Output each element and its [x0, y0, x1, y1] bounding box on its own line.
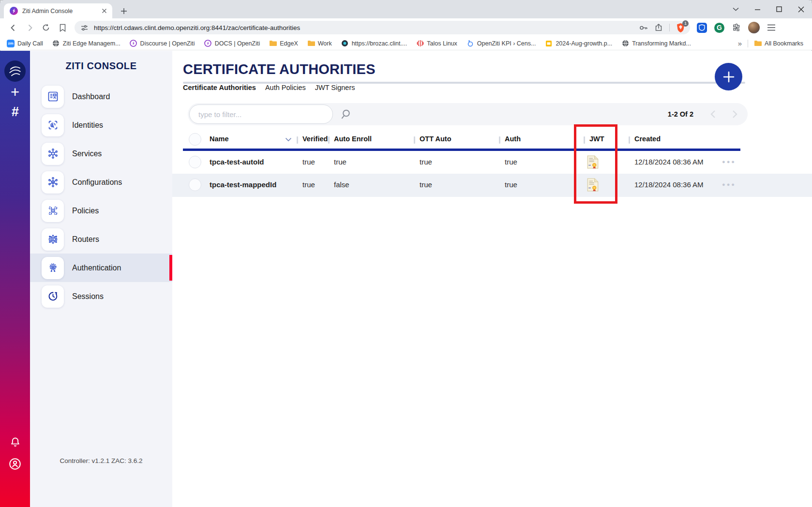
table-row[interactable]: tpca-test-autoId true true true true 12/…	[172, 151, 812, 174]
browser-tab[interactable]: Ziti Admin Console	[4, 3, 112, 18]
share-icon[interactable]	[654, 23, 663, 32]
column-separator	[629, 136, 630, 144]
sidebar-item-dashboard[interactable]: Dashboard	[30, 82, 172, 111]
cell-auth: true	[505, 158, 517, 166]
sidebar-item-policies[interactable]: Policies	[30, 196, 172, 225]
address-bar[interactable]: https://ctrl.cdaws.clint.demo.openziti.o…	[75, 21, 690, 34]
bookmark-label: Discourse | OpenZiti	[140, 40, 195, 47]
all-bookmarks-button[interactable]: All Bookmarks	[754, 40, 803, 47]
zac-app: + # ZITI CONSOLE Dashboard	[0, 51, 812, 507]
site-settings-icon[interactable]	[80, 24, 89, 32]
profile-icon[interactable]	[0, 456, 30, 472]
jwt-certificate-icon[interactable]	[587, 178, 599, 192]
search-icon[interactable]	[339, 108, 352, 120]
version-footer: Controller: v1.2.1 ZAC: 3.6.2	[30, 457, 172, 464]
sidebar-item-routers[interactable]: Routers	[30, 225, 172, 254]
page-prev-icon[interactable]	[710, 110, 716, 119]
sidebar-item-label: Dashboard	[72, 92, 110, 101]
sort-chevron-down-icon[interactable]	[285, 137, 292, 142]
left-rail: + #	[0, 51, 30, 507]
ziti-logo-icon[interactable]	[4, 60, 26, 82]
column-header-ott-auto[interactable]: OTT Auto	[420, 135, 451, 143]
bookmark-discourse-openziti[interactable]: Discourse | OpenZiti	[130, 40, 195, 47]
subtabs: Certificate Authorities Auth Policies JW…	[183, 84, 355, 91]
policies-gears-icon	[42, 200, 64, 222]
identities-fingerprint-icon	[42, 114, 64, 136]
grammarly-icon[interactable]: G	[714, 23, 724, 33]
tab-close-icon[interactable]	[100, 7, 108, 15]
browser-menu-icon[interactable]	[767, 24, 776, 31]
authentication-award-icon	[42, 257, 64, 279]
brave-shield-icon[interactable]: 1	[676, 23, 685, 33]
new-tab-button[interactable]	[118, 5, 130, 17]
folder-icon	[307, 40, 315, 47]
back-icon[interactable]	[7, 21, 19, 34]
row-checkbox[interactable]	[189, 156, 201, 168]
column-header-jwt[interactable]: JWT	[589, 135, 604, 143]
bookmark-talos-linux[interactable]: Talos Linux	[416, 40, 457, 47]
select-all-checkbox[interactable]	[189, 133, 201, 146]
column-header-auth[interactable]: Auth	[505, 135, 521, 143]
row-checkbox[interactable]	[189, 179, 201, 191]
notifications-bell-icon[interactable]	[0, 434, 30, 450]
bookmark-daily-call[interactable]: zm Daily Call	[7, 40, 43, 47]
window-controls	[731, 0, 805, 18]
column-separator	[328, 136, 330, 144]
tab-auth-policies[interactable]: Auth Policies	[265, 84, 306, 91]
sidebar-item-configurations[interactable]: Configurations	[30, 168, 172, 196]
slides-icon	[545, 40, 553, 47]
folder-icon	[269, 40, 277, 47]
bookmark-openziti-kpi[interactable]: OpenZiti KPI › Cens...	[466, 40, 536, 47]
cell-name: tpca-test-mappedId	[210, 180, 276, 189]
cell-created: 12/18/2024 08:36 AM	[634, 158, 704, 166]
bookmark-brozac[interactable]: https://brozac.clint....	[341, 40, 407, 47]
bookmark-ziti-edge[interactable]: Ziti Edge Managem...	[52, 40, 120, 47]
bookmark-folder-work[interactable]: Work	[307, 40, 332, 47]
globe-icon	[621, 40, 629, 47]
sidebar-item-sessions[interactable]: Sessions	[30, 282, 172, 311]
bookmark-docs-openziti[interactable]: DOCS | OpenZiti	[204, 40, 260, 47]
row-actions-button[interactable]: ●●●	[722, 159, 736, 164]
add-certificate-authority-button[interactable]	[715, 63, 742, 90]
column-header-auto-enroll[interactable]: Auto Enroll	[334, 135, 372, 143]
dashboard-icon	[42, 86, 64, 108]
globe-icon	[52, 40, 60, 47]
reload-icon[interactable]	[40, 21, 52, 34]
sidebar-item-identities[interactable]: Identities	[30, 111, 172, 139]
close-icon[interactable]	[797, 5, 805, 14]
bookmark-label: https://brozac.clint....	[352, 40, 407, 47]
jwt-certificate-icon[interactable]	[587, 155, 599, 169]
zoom-icon: zm	[7, 40, 15, 47]
extensions-puzzle-icon[interactable]	[732, 23, 741, 32]
bookmark-label: Daily Call	[17, 40, 43, 47]
tab-certificate-authorities[interactable]: Certificate Authorities	[183, 84, 256, 91]
tab-search-icon[interactable]	[731, 5, 740, 14]
column-header-name[interactable]: Name	[210, 135, 229, 143]
sidebar-item-services[interactable]: Services	[30, 139, 172, 168]
rail-add-button[interactable]: +	[0, 84, 30, 101]
bookmarks-overflow-chevron-icon[interactable]: »	[738, 39, 742, 47]
page-next-icon[interactable]	[732, 110, 738, 119]
filter-input[interactable]	[189, 104, 333, 124]
table-row[interactable]: tpca-test-mappedId true false true true …	[172, 174, 812, 197]
column-header-verified[interactable]: Verified	[302, 135, 328, 143]
maximize-icon[interactable]	[775, 5, 783, 14]
bitwarden-icon[interactable]	[697, 23, 707, 33]
forward-icon[interactable]	[23, 21, 36, 34]
bookmark-folder-edgex[interactable]: EdgeX	[269, 40, 298, 47]
bookmark-page-icon[interactable]	[56, 21, 69, 34]
ziti-favicon-icon	[10, 7, 18, 15]
profile-avatar[interactable]	[748, 22, 760, 33]
sidebar-item-authentication[interactable]: Authentication	[30, 254, 172, 282]
minimize-icon[interactable]	[753, 5, 762, 14]
row-actions-button[interactable]: ●●●	[722, 181, 736, 187]
bookmark-transforming-markd[interactable]: Transforming Markd...	[621, 40, 691, 47]
bookmark-label: 2024-Aug-growth.p...	[556, 40, 612, 47]
rail-hash-button[interactable]: #	[0, 103, 30, 120]
column-header-created[interactable]: Created	[634, 135, 661, 143]
bookmark-label: EdgeX	[280, 40, 298, 47]
password-key-icon[interactable]	[639, 23, 648, 32]
bookmark-2024-aug-growth[interactable]: 2024-Aug-growth.p...	[545, 40, 612, 47]
tab-jwt-signers[interactable]: JWT Signers	[315, 84, 355, 91]
screen: { "browser": { "tab_title": "Ziti Admin …	[0, 0, 812, 507]
